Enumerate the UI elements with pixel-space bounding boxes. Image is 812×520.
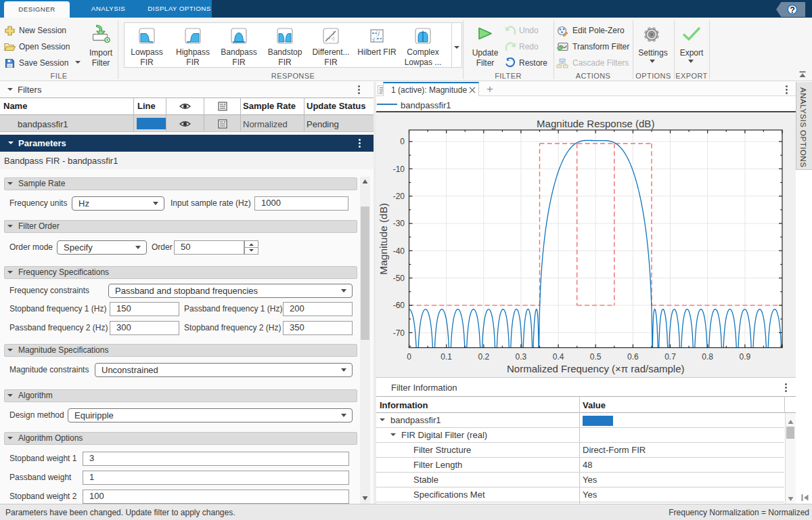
svg-text:0.3: 0.3 <box>516 352 527 362</box>
svg-text:Magnitude Response (dB): Magnitude Response (dB) <box>537 118 654 129</box>
svg-text:-20: -20 <box>393 192 405 201</box>
svg-text:0.8: 0.8 <box>702 352 713 362</box>
svg-text:0.7: 0.7 <box>664 352 676 362</box>
svg-text:0.1: 0.1 <box>441 352 452 362</box>
svg-text:0.5: 0.5 <box>590 352 602 362</box>
svg-text:-50: -50 <box>393 274 405 283</box>
svg-text:Magnitude (dB): Magnitude (dB) <box>378 203 389 275</box>
svg-text:?: ? <box>790 5 795 15</box>
svg-text:0: 0 <box>400 137 405 146</box>
svg-text:Normalized Frequency (×π rad/s: Normalized Frequency (×π rad/sample) <box>507 363 685 374</box>
svg-text:0.4: 0.4 <box>553 352 564 362</box>
svg-text:-10: -10 <box>393 165 405 174</box>
svg-text:-40: -40 <box>393 246 405 256</box>
svg-text:0: 0 <box>407 352 411 362</box>
svg-text:-30: -30 <box>393 219 405 228</box>
svg-text:-70: -70 <box>393 328 405 338</box>
svg-text:0.2: 0.2 <box>478 352 489 362</box>
svg-text:-60: -60 <box>393 301 405 310</box>
svg-text:0.6: 0.6 <box>627 352 639 362</box>
svg-text:0.9: 0.9 <box>740 352 751 362</box>
svg-text:j: j <box>378 30 380 36</box>
svg-text:-j: -j <box>371 36 375 42</box>
